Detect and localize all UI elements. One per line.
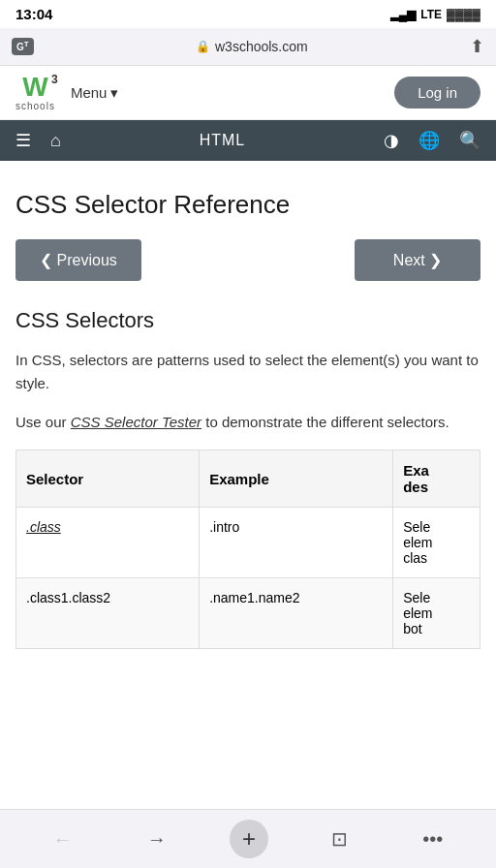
nav-buttons: ❮ Previous Next ❯ [16, 239, 480, 281]
url-text: w3schools.com [215, 39, 308, 54]
table-header-row: Selector Example Exades [16, 450, 480, 508]
html-label: HTML [80, 132, 364, 149]
signal-icon: ▂▄▆ [390, 8, 417, 21]
w3-logo-text: W3 [22, 74, 47, 101]
w3-logo[interactable]: W3 schools [16, 74, 55, 111]
row1-example: .intro [200, 508, 393, 578]
col-example: Example [200, 450, 393, 508]
table-body: .class .intro Seleelemclas .class1.class… [16, 508, 480, 649]
address-bar[interactable]: GT 🔒 w3schools.com ⬆ [0, 28, 496, 66]
css-selector-tester-link[interactable]: CSS Selector Tester [71, 414, 202, 430]
class-selector-link[interactable]: .class [26, 519, 61, 535]
toolbar: ☰ ⌂ HTML ◑ 🌐 🔍 [0, 120, 496, 161]
search-icon[interactable]: 🔍 [459, 130, 480, 151]
paragraph-1: In CSS, selectors are patterns used to s… [16, 349, 480, 395]
table-header: Selector Example Exades [16, 450, 480, 508]
menu-chevron-icon: ▾ [110, 84, 118, 102]
table-row: .class1.class2 .name1.name2 Seleelembot [16, 578, 480, 649]
col-selector: Selector [16, 450, 200, 508]
battery-icon: ▓▓▓▓ [447, 8, 480, 21]
previous-button[interactable]: ❮ Previous [16, 239, 141, 281]
paragraph-2-suffix: to demonstrate the different selectors. [202, 414, 450, 430]
col-description: Exades [393, 450, 480, 508]
main-content: CSS Selector Reference ❮ Previous Next ❯… [0, 161, 496, 668]
menu-label: Menu [71, 84, 108, 101]
nav-bar: W3 schools Menu ▾ Log in [0, 66, 496, 120]
globe-icon[interactable]: 🌐 [418, 130, 440, 151]
login-button[interactable]: Log in [394, 77, 480, 108]
hamburger-icon[interactable]: ☰ [16, 130, 31, 151]
section-title: CSS Selectors [16, 308, 480, 333]
row1-desc: Seleelemclas [393, 508, 480, 578]
network-label: LTE [420, 8, 442, 21]
paragraph-2-prefix: Use our [16, 414, 71, 430]
url-container: 🔒 w3schools.com [196, 39, 308, 54]
row2-selector: .class1.class2 [16, 578, 200, 649]
home-icon[interactable]: ⌂ [50, 131, 61, 151]
status-icons: ▂▄▆ LTE ▓▓▓▓ [390, 8, 480, 21]
content-wrapper: CSS Selector Reference ❮ Previous Next ❯… [0, 161, 496, 736]
w3-logo-sub: schools [16, 101, 55, 111]
toolbar-right: ◑ 🌐 🔍 [384, 130, 480, 151]
paragraph-2: Use our CSS Selector Tester to demonstra… [16, 411, 480, 434]
translate-icon[interactable]: GT [12, 38, 34, 54]
selector-table: Selector Example Exades .class .intro Se… [16, 450, 480, 649]
row2-example: .name1.name2 [200, 578, 393, 649]
row2-desc: Seleelembot [393, 578, 480, 649]
page-title: CSS Selector Reference [16, 190, 480, 220]
lock-icon: 🔒 [196, 40, 210, 53]
next-button[interactable]: Next ❯ [355, 239, 480, 281]
contrast-icon[interactable]: ◑ [384, 130, 399, 151]
table-row: .class .intro Seleelemclas [16, 508, 480, 578]
menu-button[interactable]: Menu ▾ [71, 84, 119, 102]
row1-selector[interactable]: .class [16, 508, 200, 578]
status-time: 13:04 [16, 6, 52, 22]
share-icon[interactable]: ⬆ [470, 36, 484, 57]
status-bar: 13:04 ▂▄▆ LTE ▓▓▓▓ [0, 0, 496, 28]
